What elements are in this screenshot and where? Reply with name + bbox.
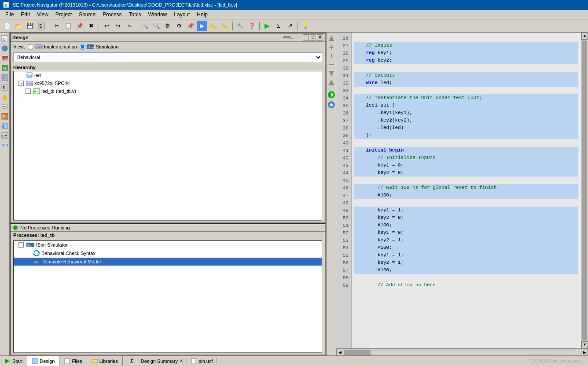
strip-btn-3[interactable] (327, 52, 335, 60)
nav-icon-11[interactable]: UC (0, 131, 9, 140)
sigma-button[interactable]: Σ (273, 21, 284, 31)
tree-item-isim[interactable]: - ISim ISim Simulator (14, 241, 322, 249)
menu-view[interactable]: View (33, 11, 52, 18)
code-line-48 (354, 199, 578, 207)
btn-t7[interactable]: 📐 (208, 21, 219, 31)
arrow-button[interactable]: ↗ (285, 21, 295, 31)
strip-btn-6[interactable] (327, 78, 335, 86)
new-button[interactable]: 📄 (2, 21, 12, 31)
status-tab-files[interactable]: Files (59, 356, 87, 366)
h-scroll-thumb[interactable] (344, 350, 371, 356)
menu-edit[interactable]: Edit (17, 11, 33, 18)
copy-button[interactable]: 📋 (63, 21, 74, 31)
scroll-up[interactable]: ▲ (581, 33, 588, 40)
nav-icon-7[interactable] (0, 92, 9, 101)
undo-button[interactable]: ↩ (101, 21, 112, 31)
tree-label-led-tb: led_tb (led_tb.v) (41, 89, 76, 94)
nav-icon-2[interactable]: i (0, 44, 9, 53)
save-button[interactable]: 💾 (25, 21, 35, 31)
bottom-tab-sigma[interactable]: Σ (127, 359, 137, 364)
processes-label: Processes: led_tb (11, 232, 325, 239)
nav-icon-1[interactable]: D (0, 34, 9, 43)
right-scrollbar[interactable]: ▲ ▼ (581, 33, 588, 348)
bottom-tab-pin-ucf[interactable]: pin.ucf (187, 358, 217, 364)
menu-project[interactable]: Project (52, 11, 75, 18)
maximize-btn[interactable]: □ (310, 34, 316, 41)
btn-r2[interactable]: ❓ (246, 21, 257, 31)
strip-btn-1[interactable] (327, 34, 335, 42)
tree-item-simulate[interactable]: ISim Simulate Behavioral Model (14, 258, 322, 266)
nav-icon-6[interactable]: S (0, 83, 9, 92)
tree-item-check-syntax[interactable]: Behavioral Check Syntax (14, 249, 322, 258)
strip-btn-2[interactable] (327, 43, 335, 51)
run-button[interactable]: ▶ (262, 21, 272, 31)
bottom-tab-design-summary[interactable]: Design Summary ✕ (137, 359, 187, 364)
menu-source[interactable]: Source (75, 11, 99, 18)
strip-btn-4[interactable] (327, 61, 335, 69)
code-content[interactable]: // Inputs reg key1; reg key2; // Outputs… (352, 33, 581, 348)
save-all-button[interactable]: S (36, 21, 47, 31)
status-tab-start[interactable]: Start (0, 356, 27, 366)
minimize-btn[interactable]: _ (303, 34, 309, 41)
code-line-33 (354, 87, 578, 94)
nav-icon-12[interactable]: ISIM (0, 141, 9, 150)
svg-rect-56 (32, 359, 37, 364)
nav-icon-4[interactable]: G (0, 63, 9, 72)
close-btn[interactable]: ✕ (317, 34, 323, 41)
tree-item-led[interactable]: led led (14, 71, 322, 79)
more-button[interactable]: » (124, 21, 135, 31)
impl-radio[interactable] (28, 44, 33, 50)
start-tab-label: Start (12, 359, 22, 364)
nav-icon-9[interactable]: P (0, 112, 9, 121)
btn-t3[interactable]: ⚙ (162, 21, 173, 31)
strip-green-btn[interactable] (327, 91, 335, 100)
design-panel-titlebar: Design ⟺□ _ □ ✕ (11, 33, 325, 42)
btn-t4[interactable]: ⚙ (174, 21, 184, 31)
status-tab-design[interactable]: Design (27, 356, 59, 366)
tree-item-xc9572xl[interactable]: - FPGA xc9572xl-5PC44 (14, 79, 322, 87)
impl-radio-label[interactable]: IMPL Implementation (28, 44, 77, 50)
scroll-left[interactable]: ◀ (336, 349, 343, 356)
strip-blue-btn[interactable] (327, 101, 335, 110)
menu-file[interactable]: File (2, 11, 17, 18)
nav-icon-8[interactable] (0, 102, 9, 111)
design-panel-title: Design (12, 35, 29, 40)
paste-button[interactable]: 📌 (74, 21, 85, 31)
cut-button[interactable]: ✂ (51, 21, 62, 31)
menu-process[interactable]: Process (99, 11, 125, 18)
btn-t2[interactable]: 🔍 (151, 21, 162, 31)
tree-item-led-tb[interactable]: + V led_tb (led_tb.v) (14, 87, 322, 95)
nav-icon-10[interactable]: I (0, 122, 9, 130)
sim-radio[interactable] (80, 44, 85, 50)
h-scrollbar[interactable]: ◀ ▶ (336, 348, 588, 355)
behavioral-dropdown[interactable]: Behavioral Post-Map Post-Route (13, 52, 322, 62)
scroll-right[interactable]: ▶ (581, 349, 588, 356)
nav-icon-5[interactable]: T (0, 73, 9, 82)
strip-btn-5[interactable] (327, 70, 335, 78)
libraries-tab-icon (92, 358, 98, 364)
h-scroll-track[interactable] (343, 349, 581, 355)
status-tab-libraries[interactable]: Libraries (87, 356, 123, 366)
nav-icon-3[interactable]: HDL (0, 54, 9, 63)
delete-button[interactable]: ✖ (86, 21, 96, 31)
p-expand-0[interactable]: - (18, 242, 24, 248)
bulb-button[interactable]: 💡 (300, 21, 311, 31)
menu-layout[interactable]: Layout (170, 11, 193, 18)
open-button[interactable]: 📂 (13, 21, 24, 31)
toolbar-sep-1 (49, 22, 49, 30)
sim-radio-label[interactable]: ISim Simulation (80, 44, 118, 50)
menu-tools[interactable]: Tools (125, 11, 145, 18)
menu-help[interactable]: Help (193, 11, 211, 18)
scroll-down[interactable]: ▼ (581, 341, 588, 348)
expand-1[interactable]: - (18, 81, 24, 86)
btn-t8[interactable]: 📐 (220, 21, 230, 31)
btn-t6[interactable]: ▶ (197, 21, 207, 31)
expand-2[interactable]: + (26, 89, 31, 94)
btn-r1[interactable]: 🔧 (235, 21, 246, 31)
btn-t1[interactable]: 🔍 (140, 21, 150, 31)
ds-close-icon[interactable]: ✕ (180, 359, 183, 363)
scroll-thumb[interactable] (582, 41, 587, 340)
redo-button[interactable]: ↪ (113, 21, 123, 31)
btn-t5[interactable]: 📌 (185, 21, 196, 31)
menu-window[interactable]: Window (145, 11, 171, 18)
